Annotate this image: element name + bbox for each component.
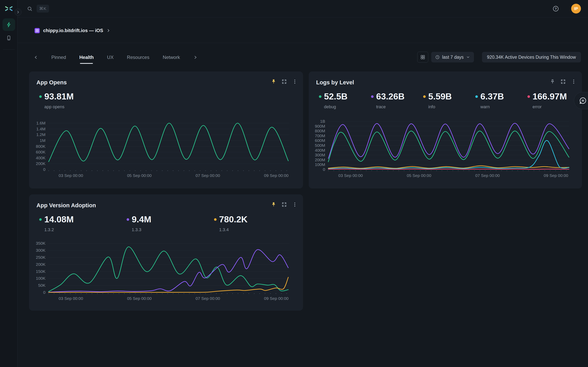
- series-dot: [423, 95, 426, 98]
- stat-label: warn: [480, 104, 504, 109]
- svg-text:03 Sep 00:00: 03 Sep 00:00: [59, 173, 83, 178]
- kebab-menu-icon[interactable]: [292, 202, 298, 207]
- sidebar-item-devices[interactable]: [2, 32, 15, 44]
- stat-version-132: 14.08M 1.3.2: [39, 214, 127, 232]
- svg-text:600M: 600M: [315, 138, 325, 143]
- svg-text:09 Sep 00:00: 09 Sep 00:00: [264, 173, 288, 178]
- pin-icon[interactable]: [550, 79, 555, 84]
- svg-text:100K: 100K: [36, 276, 45, 281]
- stat-value: 166.97M: [533, 91, 567, 102]
- dashboard-controls: last 7 days 920.34K Active Devices Durin…: [417, 51, 581, 63]
- sidebar: [0, 0, 18, 367]
- stat-value: 14.08M: [44, 214, 74, 225]
- tab-health[interactable]: Health: [78, 52, 95, 63]
- svg-text:05 Sep 00:00: 05 Sep 00:00: [127, 173, 152, 178]
- layout-grid-button[interactable]: [417, 52, 428, 63]
- svg-text:03 Sep 00:00: 03 Sep 00:00: [59, 296, 83, 301]
- expand-icon[interactable]: [281, 202, 287, 207]
- series-dot: [39, 95, 42, 98]
- breadcrumb[interactable]: chippy.io.bitdrift.ios — iOS: [35, 27, 110, 34]
- svg-text:250K: 250K: [36, 255, 45, 259]
- search-icon[interactable]: [27, 6, 32, 11]
- tabs-scroll-left-icon[interactable]: [33, 52, 39, 63]
- active-devices-badge: 920.34K Active Devices During This Windo…: [482, 52, 581, 62]
- stat-label: debug: [324, 104, 347, 109]
- svg-text:0: 0: [323, 167, 325, 172]
- stat-label: trace: [376, 104, 405, 109]
- main-content: chippy.io.bitdrift.ios — iOS Pinned Heal…: [18, 18, 588, 367]
- app-version-adoption-chart[interactable]: 350K300K250K200K150K100K50K003 Sep 00:00…: [31, 239, 292, 302]
- time-range-label: last 7 days: [442, 55, 464, 60]
- stat-debug: 52.5B debug: [319, 91, 371, 109]
- search-shortcut-badge[interactable]: ⌘K: [37, 5, 49, 13]
- sidebar-item-health[interactable]: [2, 18, 15, 31]
- card-app-opens: App Opens: [29, 71, 303, 189]
- card-title: App Opens: [36, 79, 67, 86]
- svg-text:07 Sep 00:00: 07 Sep 00:00: [196, 296, 220, 301]
- bitdrift-logo-icon[interactable]: [4, 4, 14, 13]
- tab-pinned[interactable]: Pinned: [51, 52, 67, 63]
- svg-text:800K: 800K: [36, 144, 45, 149]
- sidebar-expand-button[interactable]: [15, 8, 22, 16]
- card-title: Logs by Level: [316, 79, 354, 86]
- svg-text:150K: 150K: [36, 269, 45, 274]
- svg-text:1.6M: 1.6M: [36, 121, 45, 125]
- stat-value: 5.59B: [428, 91, 452, 102]
- stat-value: 9.4M: [132, 214, 151, 225]
- stat-error: 166.97M error: [527, 91, 579, 109]
- stat-value: 6.37B: [480, 91, 504, 102]
- help-icon[interactable]: ?: [553, 6, 559, 12]
- logs-by-level-chart[interactable]: 1B900M800M700M600M500M400M300M200M100M00…: [311, 116, 571, 179]
- series-dot: [527, 95, 530, 98]
- svg-text:300K: 300K: [36, 248, 45, 252]
- tab-ux[interactable]: UX: [106, 52, 114, 63]
- kebab-menu-icon[interactable]: [571, 79, 576, 84]
- expand-icon[interactable]: [560, 79, 566, 84]
- tab-resources[interactable]: Resources: [126, 52, 150, 63]
- breadcrumb-app-name: chippy.io.bitdrift.ios — iOS: [43, 28, 103, 33]
- stat-label: app opens: [44, 104, 74, 109]
- stat-app-opens: 93.81M app opens: [39, 91, 74, 109]
- stat-trace: 63.26B trace: [371, 91, 423, 109]
- topbar: ⌘K ? IP: [18, 0, 588, 17]
- svg-text:1B: 1B: [320, 119, 325, 124]
- svg-text:800M: 800M: [315, 129, 325, 133]
- stat-label: 1.3.2: [44, 227, 74, 232]
- stat-warn: 6.37B warn: [475, 91, 527, 109]
- pin-icon[interactable]: [271, 79, 276, 84]
- card-app-version-adoption: App Version Adoption: [29, 194, 303, 311]
- app-opens-chart[interactable]: 1.6M1.4M1.2M1M800K600K400K200K003 Sep 00…: [31, 116, 292, 179]
- sidebar-divider: [3, 49, 15, 50]
- svg-text:200M: 200M: [315, 158, 325, 162]
- svg-text:0: 0: [43, 167, 45, 172]
- series-dot: [371, 95, 374, 98]
- svg-text:05 Sep 00:00: 05 Sep 00:00: [127, 296, 152, 301]
- stat-info: 5.59B info: [423, 91, 475, 109]
- svg-text:1.4M: 1.4M: [36, 127, 45, 131]
- phone-icon: [6, 35, 12, 41]
- tab-network[interactable]: Network: [162, 52, 181, 63]
- svg-text:400K: 400K: [36, 156, 45, 160]
- svg-text:100M: 100M: [315, 162, 325, 167]
- stat-value: 93.81M: [44, 91, 74, 102]
- chevron-right-icon[interactable]: [106, 29, 110, 33]
- kebab-menu-icon[interactable]: [292, 79, 298, 84]
- svg-text:400M: 400M: [315, 148, 325, 152]
- tabs-scroll-right-icon[interactable]: [192, 52, 198, 63]
- chevron-down-icon: [466, 55, 470, 59]
- series-dot: [475, 95, 478, 98]
- stat-version-134: 780.2K 1.3.4: [214, 214, 302, 232]
- expand-icon[interactable]: [281, 79, 287, 84]
- svg-text:900M: 900M: [315, 124, 325, 128]
- time-range-dropdown[interactable]: last 7 days: [431, 52, 474, 62]
- card-title: App Version Adoption: [36, 202, 96, 209]
- clock-icon: [435, 55, 440, 59]
- stat-value: 780.2K: [219, 214, 248, 225]
- svg-text:09 Sep 00:00: 09 Sep 00:00: [264, 296, 288, 301]
- stat-label: info: [428, 104, 452, 109]
- svg-text:1.2M: 1.2M: [36, 132, 45, 137]
- avatar[interactable]: IP: [571, 4, 581, 14]
- pin-icon[interactable]: [271, 202, 276, 207]
- stat-label: 1.3.4: [219, 227, 248, 232]
- svg-text:09 Sep 00:00: 09 Sep 00:00: [544, 173, 568, 178]
